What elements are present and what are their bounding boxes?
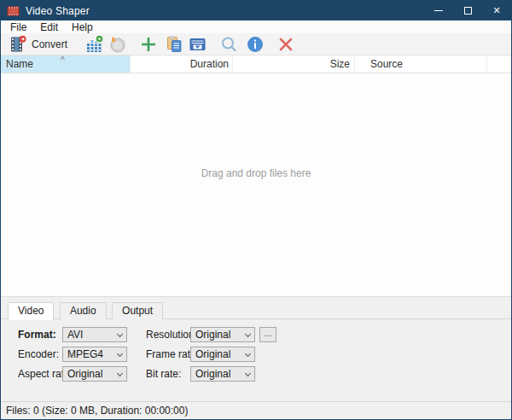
app-window: Video Shaper ✕ File Edit Help <box>0 0 512 420</box>
bit-rate-dropdown[interactable]: Original <box>190 366 255 382</box>
frame-rate-value: Original <box>195 348 230 360</box>
paste-button[interactable] <box>163 34 186 55</box>
encoder-label: Encoder: <box>18 347 59 362</box>
burn-disc-button[interactable] <box>106 34 129 55</box>
resolution-browse-button[interactable]: ... <box>259 327 276 342</box>
frame-rate-dropdown[interactable]: Original <box>190 347 255 362</box>
minimize-button[interactable] <box>424 1 453 20</box>
info-button[interactable] <box>244 34 266 55</box>
status-text: Files: 0 (Size: 0 MB, Duration: 00:00:00… <box>6 405 188 417</box>
chevron-down-icon <box>245 351 251 357</box>
column-name-label: Name <box>6 58 33 70</box>
menu-file[interactable]: File <box>3 21 33 33</box>
column-header-name[interactable]: Name ^ <box>1 55 131 73</box>
info-icon <box>246 35 265 54</box>
status-bar: Files: 0 (Size: 0 MB, Duration: 00:00:00… <box>1 401 511 419</box>
column-header-size[interactable]: Size <box>233 55 355 73</box>
window-controls: ✕ <box>424 1 511 20</box>
maximize-button[interactable] <box>453 1 482 20</box>
column-header-source[interactable]: Source <box>355 55 487 73</box>
format-dropdown[interactable]: AVI <box>62 327 127 342</box>
tab-video[interactable]: Video <box>8 302 54 320</box>
export-button[interactable] <box>186 34 209 55</box>
minimize-icon <box>434 10 443 11</box>
menu-help[interactable]: Help <box>65 21 100 33</box>
titlebar[interactable]: Video Shaper ✕ <box>1 1 511 20</box>
file-list-dropzone[interactable]: Drag and drop files here <box>1 73 511 296</box>
tab-audio[interactable]: Audio <box>60 302 107 319</box>
encoder-value: MPEG4 <box>67 348 103 360</box>
settings-tabs: Video Audio Output <box>1 302 511 319</box>
toolbar: Convert <box>1 33 511 55</box>
bit-rate-value: Original <box>195 368 230 380</box>
settings-panel: Video Audio Output Format: AVI Resolutio… <box>1 296 511 401</box>
app-icon <box>7 5 20 17</box>
menu-edit[interactable]: Edit <box>33 21 65 33</box>
close-icon: ✕ <box>492 6 500 15</box>
file-list-header: Name ^ Duration Size Source <box>1 55 511 73</box>
bit-rate-label: Bit rate: <box>146 366 181 382</box>
window-title: Video Shaper <box>26 5 90 17</box>
add-files-button[interactable] <box>137 34 160 55</box>
column-header-duration[interactable]: Duration <box>131 55 233 73</box>
tab-output[interactable]: Output <box>112 302 163 319</box>
format-value: AVI <box>67 329 83 341</box>
close-button[interactable]: ✕ <box>482 1 511 20</box>
plus-icon <box>139 35 158 54</box>
format-label: Format: <box>18 327 56 342</box>
encoder-dropdown[interactable]: MPEG4 <box>62 347 127 362</box>
convert-label: Convert <box>32 38 67 50</box>
download-panel-icon <box>188 35 207 54</box>
film-strip-icon <box>9 35 27 54</box>
chevron-down-icon <box>117 370 123 376</box>
column-duration-label: Duration <box>190 58 229 70</box>
aspect-ratio-value: Original <box>67 368 102 380</box>
column-size-label: Size <box>330 58 350 70</box>
empty-list-hint: Drag and drop files here <box>1 167 511 179</box>
chevron-down-icon <box>117 351 123 357</box>
audio-levels-button[interactable] <box>83 34 106 55</box>
chevron-down-icon <box>245 370 251 376</box>
equalizer-icon <box>84 35 104 54</box>
menu-bar: File Edit Help <box>1 20 511 33</box>
preview-button[interactable] <box>218 34 241 55</box>
disc-flame-icon <box>108 35 127 54</box>
aspect-ratio-dropdown[interactable]: Original <box>62 366 127 382</box>
maximize-icon <box>464 7 472 15</box>
column-header-spacer <box>487 55 512 73</box>
search-icon <box>219 35 239 54</box>
clipboard-icon <box>165 35 184 54</box>
chevron-down-icon <box>245 331 251 337</box>
red-x-icon <box>276 35 295 54</box>
resolution-value: Original <box>195 329 230 341</box>
chevron-down-icon <box>117 331 123 337</box>
resolution-dropdown[interactable]: Original <box>190 327 255 342</box>
sort-ascending-icon: ^ <box>61 55 65 69</box>
remove-button[interactable] <box>275 34 297 55</box>
column-source-label: Source <box>370 58 403 70</box>
convert-button[interactable]: Convert <box>5 34 74 55</box>
